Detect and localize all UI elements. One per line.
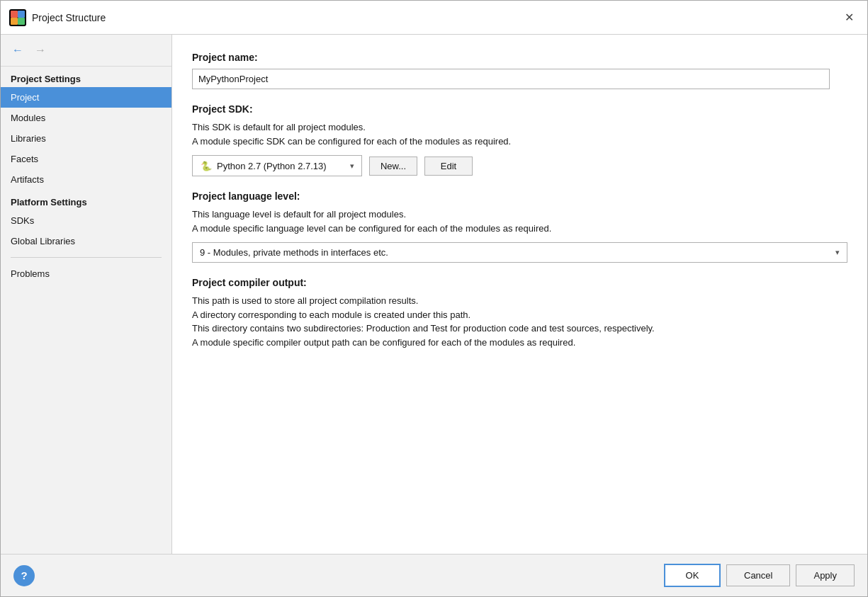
sidebar-item-libraries[interactable]: Libraries (1, 128, 171, 149)
project-language-label: Project language level: (192, 191, 847, 202)
help-button[interactable]: ? (13, 565, 35, 586)
ok-button[interactable]: OK (664, 564, 721, 587)
footer: ? OK Cancel Apply (1, 554, 867, 596)
language-level-dropdown[interactable]: 9 - Modules, private methods in interfac… (192, 242, 847, 263)
app-icon (9, 9, 26, 26)
python-icon: 🐍 (200, 159, 213, 172)
sidebar-item-modules[interactable]: Modules (1, 108, 171, 128)
sdk-value: Python 2.7 (Python 2.7.13) (217, 161, 327, 171)
project-compiler-desc: This path is used to store all project c… (192, 294, 847, 349)
sidebar-divider (11, 257, 162, 258)
sdk-dropdown[interactable]: 🐍 Python 2.7 (Python 2.7.13) ▾ (192, 155, 362, 176)
cancel-button[interactable]: Cancel (726, 564, 790, 586)
footer-help: ? (13, 565, 35, 586)
project-language-desc: This language level is default for all p… (192, 207, 847, 235)
sdk-edit-button[interactable]: Edit (424, 157, 473, 176)
content-area: ← → Project Settings Project Modules Lib… (1, 35, 867, 554)
sdk-row: 🐍 Python 2.7 (Python 2.7.13) ▾ New... Ed… (192, 155, 847, 176)
main-panel: Project name: Project SDK: This SDK is d… (172, 35, 867, 554)
project-name-label: Project name: (192, 52, 847, 63)
platform-settings-label: Platform Settings (1, 190, 171, 210)
apply-button[interactable]: Apply (796, 564, 855, 586)
sidebar-item-global-libraries[interactable]: Global Libraries (1, 231, 171, 251)
nav-forward-button[interactable]: → (30, 40, 50, 60)
svg-rect-2 (18, 11, 25, 18)
sidebar-item-artifacts[interactable]: Artifacts (1, 169, 171, 190)
sdk-new-button[interactable]: New... (369, 157, 417, 176)
main-content: Project name: Project SDK: This SDK is d… (172, 35, 867, 554)
svg-rect-3 (11, 18, 18, 25)
project-settings-label: Project Settings (1, 67, 171, 87)
project-sdk-label: Project SDK: (192, 103, 847, 115)
project-compiler-label: Project compiler output: (192, 277, 847, 288)
sidebar-nav: ← → (1, 35, 171, 67)
sidebar: ← → Project Settings Project Modules Lib… (1, 35, 172, 554)
sidebar-item-problems[interactable]: Problems (1, 263, 171, 284)
sdk-dropdown-inner: 🐍 Python 2.7 (Python 2.7.13) (200, 159, 327, 172)
sidebar-item-sdks[interactable]: SDKs (1, 210, 171, 231)
nav-back-button[interactable]: ← (8, 40, 28, 60)
sdk-chevron-icon: ▾ (350, 161, 354, 171)
sidebar-item-project[interactable]: Project (1, 87, 171, 108)
dialog-title: Project Structure (32, 12, 839, 23)
language-level-value: 9 - Modules, private methods in interfac… (200, 247, 388, 258)
sidebar-item-facets[interactable]: Facets (1, 149, 171, 169)
svg-rect-1 (11, 11, 18, 18)
svg-rect-4 (18, 18, 25, 25)
project-sdk-desc: This SDK is default for all project modu… (192, 120, 847, 148)
project-name-input[interactable] (192, 69, 830, 89)
title-bar: Project Structure ✕ (1, 1, 867, 35)
project-structure-dialog: Project Structure ✕ ← → Project Settings… (0, 0, 868, 597)
close-button[interactable]: ✕ (839, 8, 859, 28)
lang-chevron-icon: ▾ (835, 248, 840, 257)
